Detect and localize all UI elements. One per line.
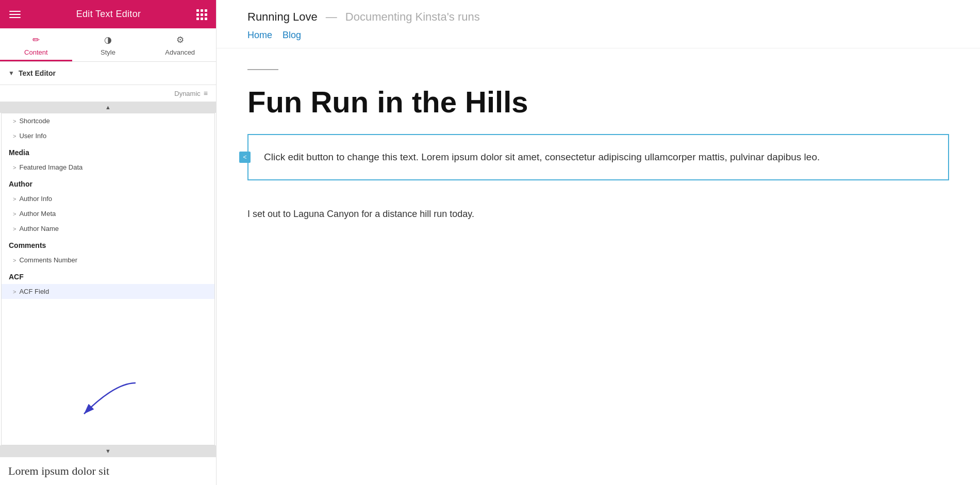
list-item-label: Author Info <box>19 195 52 203</box>
dropdown-list: > Shortcode > User Info Media > Featured… <box>1 113 215 445</box>
article-paragraph: I set out to Laguna Canyon for a distanc… <box>247 196 949 222</box>
group-header-media: Media <box>2 143 214 160</box>
left-panel: Edit Text Editor ✏ Content ◑ Style ⚙ Adv… <box>0 0 217 485</box>
site-title: Running Love <box>247 10 318 24</box>
chevron-icon: > <box>13 211 16 217</box>
list-item-label: Featured Image Data <box>19 163 82 171</box>
chevron-icon: > <box>13 257 16 263</box>
article-content: Fun Run in the Hills < Click edit button… <box>217 48 980 243</box>
dynamic-label: Dynamic <box>174 90 201 97</box>
site-subtitle: Documenting Kinsta's runs <box>345 10 480 24</box>
style-tab-icon: ◑ <box>104 35 112 45</box>
list-item-author-name[interactable]: > Author Name <box>2 221 214 236</box>
article-divider <box>247 69 278 70</box>
list-item-comments-number[interactable]: > Comments Number <box>2 253 214 267</box>
scroll-down-arrow[interactable]: ▼ <box>0 445 216 457</box>
content-tab-icon: ✏ <box>32 35 40 45</box>
list-item-shortcode[interactable]: > Shortcode <box>2 113 214 128</box>
list-item-featured-image[interactable]: > Featured Image Data <box>2 160 214 175</box>
dynamic-bar: Dynamic ≡ <box>0 85 216 102</box>
list-item-label: User Info <box>19 132 46 140</box>
tab-advanced-label: Advanced <box>165 48 195 56</box>
advanced-tab-icon: ⚙ <box>176 35 184 45</box>
panel-tabs: ✏ Content ◑ Style ⚙ Advanced <box>0 28 216 62</box>
list-item-label: ACF Field <box>19 288 49 295</box>
bottom-preview: Lorem ipsum dolor sit <box>0 457 216 485</box>
chevron-icon: > <box>13 133 16 139</box>
arrow-annotation <box>32 378 146 440</box>
group-header-acf: ACF <box>2 267 214 284</box>
tab-content[interactable]: ✏ Content <box>0 28 72 61</box>
nav-home[interactable]: Home <box>247 30 272 41</box>
list-item-label: Comments Number <box>19 256 77 264</box>
site-separator: — <box>326 10 337 24</box>
chevron-icon: > <box>13 289 16 295</box>
chevron-icon: > <box>13 226 16 232</box>
grid-icon[interactable] <box>196 9 207 20</box>
site-nav: Home Blog <box>247 28 949 43</box>
chevron-icon: > <box>13 196 16 202</box>
tab-content-label: Content <box>24 48 48 56</box>
tab-style[interactable]: ◑ Style <box>72 28 144 61</box>
hamburger-icon[interactable] <box>9 11 21 18</box>
chevron-icon: > <box>13 164 16 171</box>
list-item-label: Author Name <box>19 225 59 232</box>
scroll-up-arrow[interactable]: ▲ <box>0 102 216 113</box>
group-header-comments: Comments <box>2 236 214 253</box>
tab-advanced[interactable]: ⚙ Advanced <box>144 28 216 61</box>
section-collapse-icon[interactable]: ▼ <box>8 70 14 77</box>
right-content: Running Love — Documenting Kinsta's runs… <box>217 0 980 485</box>
panel-header: Edit Text Editor <box>0 0 216 28</box>
chevron-icon: > <box>13 118 16 124</box>
list-item-author-info[interactable]: > Author Info <box>2 191 214 206</box>
dynamic-icon[interactable]: ≡ <box>204 89 208 97</box>
nav-blog[interactable]: Blog <box>283 30 301 41</box>
site-header: Running Love — Documenting Kinsta's runs… <box>217 0 980 48</box>
collapse-button[interactable]: < <box>239 152 251 163</box>
list-item-label: Author Meta <box>19 210 56 218</box>
list-item-author-meta[interactable]: > Author Meta <box>2 206 214 221</box>
list-item-label: Shortcode <box>19 117 49 125</box>
text-editor-box[interactable]: < Click edit button to change this text.… <box>247 134 949 180</box>
section-title-bar: ▼ Text Editor <box>0 62 216 85</box>
panel-title: Edit Text Editor <box>76 9 141 20</box>
section-title: Text Editor <box>19 69 56 77</box>
text-editor-content: Click edit button to change this text. L… <box>264 149 933 165</box>
tab-style-label: Style <box>101 48 115 56</box>
article-title: Fun Run in the Hills <box>247 86 949 119</box>
site-title-line: Running Love — Documenting Kinsta's runs <box>247 10 949 24</box>
group-header-author: Author <box>2 175 214 191</box>
list-item-acf-field[interactable]: > ACF Field <box>2 284 214 299</box>
list-item-userinfo[interactable]: > User Info <box>2 128 214 143</box>
